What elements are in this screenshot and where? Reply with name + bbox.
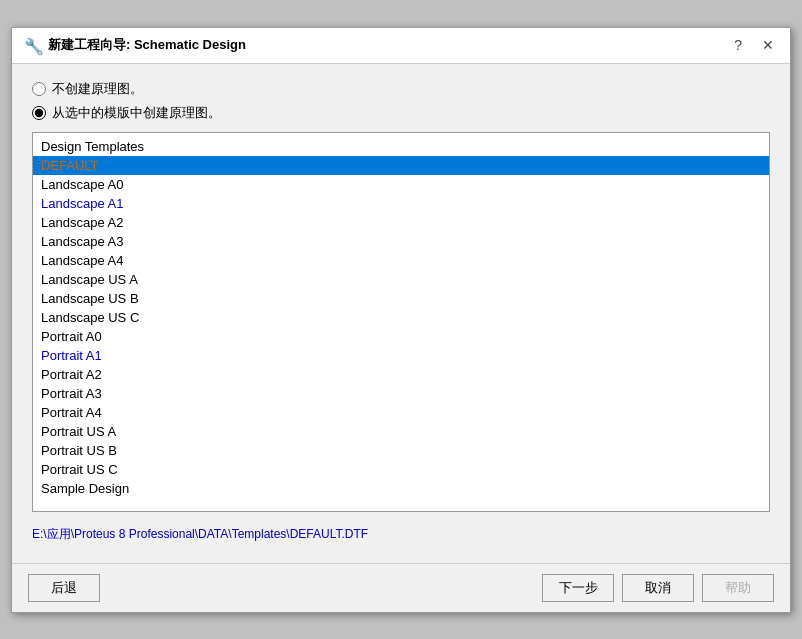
radio-option-1[interactable]: 不创建原理图。: [32, 80, 770, 98]
radio-group: 不创建原理图。 从选中的模版中创建原理图。: [32, 80, 770, 122]
list-item[interactable]: Sample Design: [33, 479, 769, 498]
list-item[interactable]: Landscape A1: [33, 194, 769, 213]
help-footer-button[interactable]: 帮助: [702, 574, 774, 602]
close-button[interactable]: ✕: [758, 38, 778, 52]
list-item[interactable]: Landscape A2: [33, 213, 769, 232]
list-item[interactable]: Landscape A0: [33, 175, 769, 194]
template-list[interactable]: Design TemplatesDEFAULTLandscape A0Lands…: [32, 132, 770, 512]
title-bar-left: 🔧 新建工程向导: Schematic Design: [24, 36, 246, 54]
radio-option-2[interactable]: 从选中的模版中创建原理图。: [32, 104, 770, 122]
list-item[interactable]: Landscape US A: [33, 270, 769, 289]
radio-label-1: 不创建原理图。: [52, 80, 143, 98]
footer-left: 后退: [28, 574, 100, 602]
radio-input-1[interactable]: [32, 82, 46, 96]
title-bar-right: ? ✕: [730, 38, 778, 52]
back-button[interactable]: 后退: [28, 574, 100, 602]
list-item[interactable]: Portrait A0: [33, 327, 769, 346]
footer-right: 下一步 取消 帮助: [542, 574, 774, 602]
list-item[interactable]: Landscape A3: [33, 232, 769, 251]
radio-input-2[interactable]: [32, 106, 46, 120]
next-button[interactable]: 下一步: [542, 574, 614, 602]
radio-label-2: 从选中的模版中创建原理图。: [52, 104, 221, 122]
title-bar: 🔧 新建工程向导: Schematic Design ? ✕: [12, 28, 790, 64]
cancel-button[interactable]: 取消: [622, 574, 694, 602]
list-item[interactable]: Portrait A2: [33, 365, 769, 384]
list-item[interactable]: Landscape US B: [33, 289, 769, 308]
dialog-footer: 后退 下一步 取消 帮助: [12, 563, 790, 612]
list-item[interactable]: Portrait A3: [33, 384, 769, 403]
list-item[interactable]: Design Templates: [33, 137, 769, 156]
list-item[interactable]: Portrait US A: [33, 422, 769, 441]
window-title: 新建工程向导: Schematic Design: [48, 36, 246, 54]
list-item[interactable]: DEFAULT: [33, 156, 769, 175]
list-item[interactable]: Portrait A4: [33, 403, 769, 422]
selected-path: E:\应用\Proteus 8 Professional\DATA\Templa…: [32, 522, 770, 547]
list-item[interactable]: Portrait US C: [33, 460, 769, 479]
list-item[interactable]: Landscape US C: [33, 308, 769, 327]
dialog-window: 🔧 新建工程向导: Schematic Design ? ✕ 不创建原理图。 从…: [11, 27, 791, 613]
list-item[interactable]: Portrait US B: [33, 441, 769, 460]
list-item[interactable]: Portrait A1: [33, 346, 769, 365]
list-item[interactable]: Landscape A4: [33, 251, 769, 270]
help-button[interactable]: ?: [730, 38, 746, 52]
dialog-body: 不创建原理图。 从选中的模版中创建原理图。 Design TemplatesDE…: [12, 64, 790, 563]
app-icon: 🔧: [24, 37, 40, 53]
